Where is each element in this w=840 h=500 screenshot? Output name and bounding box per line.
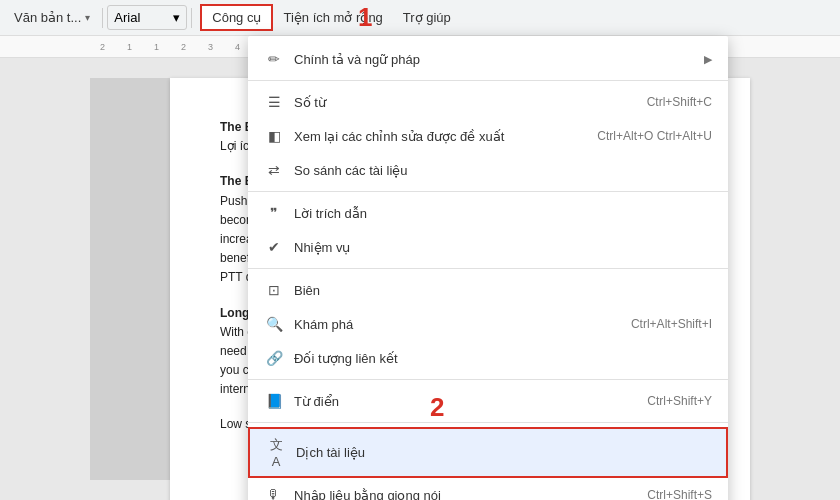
kham-pha-label: Khám phá [294,317,631,332]
divider-2 [248,191,728,192]
font-dropdown[interactable]: Arial ▾ [107,5,187,30]
so-tu-shortcut: Ctrl+Shift+C [647,95,712,109]
so-tu-label: Số từ [294,95,647,110]
sep2 [191,8,192,28]
menu-so-tu[interactable]: ☰ Số từ Ctrl+Shift+C [248,85,728,119]
bien-icon: ⊡ [264,282,284,298]
menu-nhap-lieu[interactable]: 🎙 Nhập liệu bằng giọng nói Ctrl+Shift+S [248,478,728,500]
menu-dich[interactable]: 文A Dịch tài liệu [248,427,728,478]
menu-loi-trich[interactable]: ❞ Lời trích dẫn [248,196,728,230]
menu-kham-pha[interactable]: 🔍 Khám phá Ctrl+Alt+Shift+I [248,307,728,341]
divider-5 [248,422,728,423]
bien-label: Biên [294,283,712,298]
menubar: Văn bản t... ▾ Arial ▾ Công cụ Tiện ích … [0,0,840,36]
doc-title-caret: ▾ [85,12,90,23]
nhiem-vu-icon: ✔ [264,239,284,255]
xem-lai-label: Xem lại các chỉnh sửa được đề xuất [294,129,597,144]
so-sanh-icon: ⇄ [264,162,284,178]
chinh-ta-icon: ✏ [264,51,284,67]
so-sanh-label: So sánh các tài liệu [294,163,712,178]
nhap-lieu-label: Nhập liệu bằng giọng nói [294,488,647,501]
divider-1 [248,80,728,81]
menu-bien[interactable]: ⊡ Biên [248,273,728,307]
menu-tien-ich[interactable]: Tiện ích mở rộng [273,4,392,31]
kham-pha-shortcut: Ctrl+Alt+Shift+I [631,317,712,331]
menu-tien-ich-label: Tiện ích mở rộng [283,10,382,25]
menu-tro-giup[interactable]: Trợ giúp [393,4,461,31]
xem-lai-shortcut: Ctrl+Alt+O Ctrl+Alt+U [597,129,712,143]
dich-label: Dịch tài liệu [296,445,710,460]
menu-tu-dien[interactable]: 📘 Từ điển Ctrl+Shift+Y [248,384,728,418]
dich-icon: 文A [266,436,286,469]
divider-3 [248,268,728,269]
doc-title-label: Văn bản t... [14,10,81,25]
badge-2: 2 [430,392,444,423]
tu-dien-icon: 📘 [264,393,284,409]
menu-doi-tuong[interactable]: 🔗 Đối tượng liên kết [248,341,728,375]
doc-left-panel [90,78,170,480]
chinh-ta-label: Chính tả và ngữ pháp [294,52,704,67]
nhap-lieu-icon: 🎙 [264,487,284,500]
sep1 [102,8,103,28]
font-caret: ▾ [173,10,180,25]
cong-cu-dropdown: ✏ Chính tả và ngữ pháp ▶ ☰ Số từ Ctrl+Sh… [248,36,728,500]
loi-trich-label: Lời trích dẫn [294,206,712,221]
menu-cong-cu[interactable]: Công cụ [200,4,273,31]
kham-pha-icon: 🔍 [264,316,284,332]
doi-tuong-label: Đối tượng liên kết [294,351,712,366]
menu-cong-cu-label: Công cụ [212,10,261,25]
doc-title-dropdown[interactable]: Văn bản t... ▾ [6,6,98,29]
tu-dien-label: Từ điển [294,394,647,409]
nhap-lieu-shortcut: Ctrl+Shift+S [647,488,712,500]
menu-xem-lai[interactable]: ◧ Xem lại các chỉnh sửa được đề xuất Ctr… [248,119,728,153]
font-name-label: Arial [114,10,140,25]
tu-dien-shortcut: Ctrl+Shift+Y [647,394,712,408]
menu-tro-giup-label: Trợ giúp [403,10,451,25]
chinh-ta-arrow: ▶ [704,53,712,66]
menu-chinh-ta[interactable]: ✏ Chính tả và ngữ pháp ▶ [248,42,728,76]
menu-nhiem-vu[interactable]: ✔ Nhiệm vụ [248,230,728,264]
menu-so-sanh[interactable]: ⇄ So sánh các tài liệu [248,153,728,187]
divider-4 [248,379,728,380]
loi-trich-icon: ❞ [264,205,284,221]
doi-tuong-icon: 🔗 [264,350,284,366]
menu-items: Công cụ Tiện ích mở rộng Trợ giúp [200,4,461,31]
nhiem-vu-label: Nhiệm vụ [294,240,712,255]
document-area: Văn bản t... ▾ Arial ▾ Công cụ Tiện ích … [0,0,840,500]
xem-lai-icon: ◧ [264,128,284,144]
so-tu-icon: ☰ [264,94,284,110]
